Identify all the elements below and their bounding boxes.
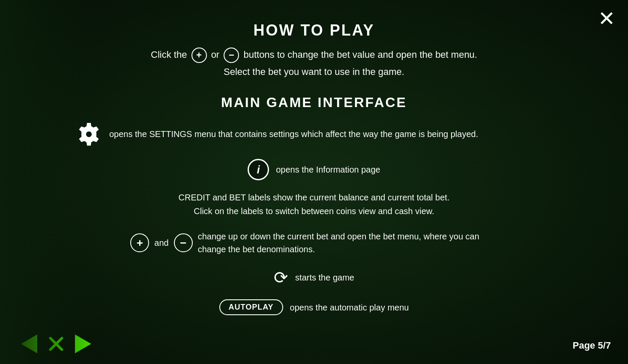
credit-bet-description: CREDIT and BET labels show the current b… [179, 191, 450, 218]
info-icon: i [248, 159, 269, 180]
credit-bet-line1: CREDIT and BET labels show the current b… [179, 193, 450, 202]
minus-icon-small: − [224, 48, 239, 63]
spin-row: ⟳ starts the game [274, 268, 354, 287]
settings-row: opens the SETTINGS menu that contains se… [69, 122, 559, 146]
spin-icon: ⟳ [274, 268, 288, 287]
how-to-play-title: HOW TO PLAY [253, 21, 374, 39]
gear-icon [77, 122, 101, 146]
autoplay-button-display: AUTOPLAY [219, 299, 283, 315]
change-bet-row: + and − change up or down the current be… [69, 230, 559, 256]
main-content: HOW TO PLAY Click the + or − buttons to … [0, 0, 628, 364]
buttons-text: buttons to change the bet value and open… [243, 49, 477, 60]
spin-description: starts the game [295, 271, 354, 284]
how-to-play-instruction: Click the + or − buttons to change the b… [151, 47, 477, 63]
and-label: and [154, 238, 168, 248]
autoplay-row: AUTOPLAY opens the automatic play menu [219, 299, 409, 315]
click-the-text: Click the [151, 49, 187, 60]
or-text: or [211, 49, 220, 60]
change-bet-description: change up or down the current bet and op… [198, 230, 498, 256]
autoplay-description: opens the automatic play menu [290, 301, 409, 314]
plus-icon-large: + [130, 233, 149, 252]
settings-description: opens the SETTINGS menu that contains se… [109, 129, 478, 139]
info-description: opens the Information page [276, 163, 380, 176]
how-to-play-sub-text: Select the bet you want to use in the ga… [224, 66, 404, 78]
info-row: i opens the Information page [69, 159, 559, 180]
close-button[interactable]: ✕ [598, 9, 615, 29]
plus-icon-small: + [191, 48, 207, 63]
credit-bet-line2: Click on the labels to switch between co… [194, 206, 434, 216]
minus-icon-large: − [174, 233, 193, 252]
main-game-title: MAIN GAME INTERFACE [221, 95, 407, 110]
